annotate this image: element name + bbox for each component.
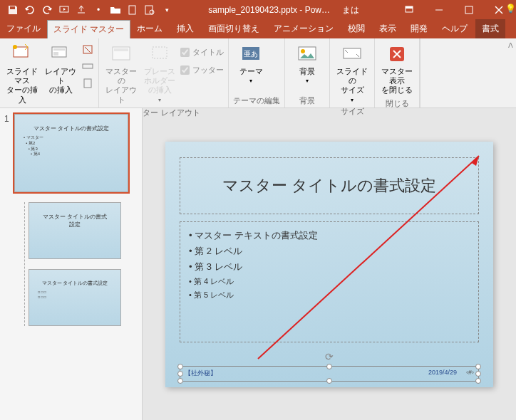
footer-placeholder-selected[interactable]: 【社外秘】 2019/4/29 ‹#› ⟳	[180, 366, 479, 382]
resize-handle[interactable]	[475, 364, 481, 369]
tab-transitions[interactable]: 画面切り替え	[202, 19, 266, 38]
svg-rect-20	[114, 48, 128, 51]
svg-rect-14	[53, 52, 58, 56]
tab-review[interactable]: 校閲	[341, 19, 371, 38]
start-icon[interactable]	[58, 4, 70, 16]
thumb-title-text: マスター タイトルの書式 設定	[29, 203, 120, 229]
tab-home[interactable]: ホーム	[130, 19, 169, 38]
group-close: マスター表示 を閉じる 閉じる	[375, 38, 420, 107]
rotate-handle-icon[interactable]: ⟳	[325, 351, 334, 362]
redo-icon[interactable]	[41, 4, 53, 16]
footer-check-label: フッター	[192, 65, 224, 75]
ribbon-options-icon[interactable]	[395, 0, 423, 20]
master-layout-button: マスターの レイアウト	[103, 41, 139, 106]
minimize-icon[interactable]	[425, 0, 453, 20]
tab-slide-master[interactable]: スライド マスター	[47, 20, 130, 38]
resize-handle[interactable]	[326, 378, 332, 384]
tab-animations[interactable]: アニメーション	[267, 19, 340, 38]
tab-format[interactable]: 書式	[475, 19, 505, 38]
svg-rect-26	[344, 48, 361, 58]
sep-icon: •	[93, 4, 104, 16]
close-master-button[interactable]: マスター表示 を閉じる	[379, 41, 415, 97]
master-thumbnail[interactable]: マスター タイトルの書式設定 • マスター • 第2 • 第3 • 第4	[14, 114, 128, 192]
body-placeholder[interactable]: • マスター テキストの書式設定 • 第 2 レベル • 第 3 レベル • 第…	[180, 221, 479, 342]
resize-handle[interactable]	[475, 371, 481, 377]
tab-file[interactable]: ファイル	[0, 19, 47, 38]
qat-dropdown-icon[interactable]: ▾	[161, 4, 172, 16]
group-theme-edit: 亜あ テーマ ▾ テーマの編集	[229, 38, 285, 107]
body-level-1: • マスター テキストの書式設定	[189, 228, 470, 243]
tab-insert[interactable]: 挿入	[170, 19, 200, 38]
theme-button[interactable]: 亜あ テーマ ▾	[233, 41, 269, 85]
resize-handle[interactable]	[177, 371, 183, 377]
tab-developer[interactable]: 開発	[404, 19, 434, 38]
resize-handle[interactable]	[475, 378, 481, 384]
theme-label: テーマ	[239, 67, 263, 76]
slide-edit-area[interactable]: マスター タイトルの書式設定 • マスター テキストの書式設定 • 第 2 レベ…	[143, 108, 516, 420]
touch-icon[interactable]	[76, 4, 87, 16]
undo-icon[interactable]	[24, 4, 36, 16]
footer-date-text: 2019/4/29	[428, 369, 457, 376]
quick-access-toolbar: • ▾	[3, 4, 172, 16]
svg-rect-21	[153, 47, 167, 58]
save-icon[interactable]	[7, 4, 19, 16]
svg-rect-17	[83, 64, 93, 68]
svg-rect-7	[465, 6, 473, 14]
thumbnail-panel[interactable]: 1 マスター タイトルの書式設定 • マスター • 第2 • 第3 • 第4 マ…	[0, 108, 143, 420]
svg-point-11	[13, 45, 17, 49]
svg-line-16	[85, 47, 91, 53]
preview-icon[interactable]	[144, 4, 155, 16]
layout-thumbnail[interactable]: マスター タイトルの書式設定 □ □ □□ □ □	[29, 269, 121, 326]
svg-rect-1	[129, 6, 135, 14]
ribbon: スライド マス ターの挿入 レイアウト の挿入 マスターの編集 マスターの レイ…	[0, 38, 516, 108]
thumb-title-text: マスター タイトルの書式設定	[29, 270, 120, 287]
resize-handle[interactable]	[177, 364, 183, 369]
user-text: まは	[342, 5, 359, 15]
svg-rect-5	[406, 6, 413, 9]
background-label: 背景	[299, 67, 315, 76]
footer-num-text: ‹#›	[466, 369, 474, 376]
group-theme-label: テーマの編集	[233, 94, 280, 106]
slide-master[interactable]: マスター タイトルの書式設定 • マスター テキストの書式設定 • 第 2 レベ…	[165, 142, 493, 387]
window-title: sample_20190423.pptx - Pow… まは	[172, 4, 395, 16]
layout-thumbnail[interactable]: マスター タイトルの書式 設定	[29, 202, 121, 259]
rename-icon[interactable]	[81, 60, 94, 75]
insert-layout-button[interactable]: レイアウト の挿入	[43, 41, 78, 97]
footer-checkbox[interactable]: フッター	[180, 63, 224, 77]
lightbulb-icon[interactable]: 💡	[505, 4, 516, 14]
title-check-label: タイトル	[192, 47, 224, 58]
svg-text:亜あ: 亜あ	[244, 50, 258, 58]
insert-slide-master-button[interactable]: スライド マス ターの挿入	[4, 41, 40, 106]
body-level-3: • 第 3 レベル	[189, 259, 470, 275]
body-level-4: • 第 4 レベル	[189, 275, 470, 288]
maximize-icon[interactable]	[455, 0, 483, 20]
open-icon[interactable]	[110, 4, 121, 16]
new-icon[interactable]	[127, 4, 138, 16]
resize-handle[interactable]	[177, 378, 183, 384]
chevron-down-icon[interactable]: ▾	[306, 78, 309, 84]
title-placeholder[interactable]: マスター タイトルの書式設定	[180, 157, 479, 214]
chevron-down-icon: ▾	[158, 97, 161, 103]
window-controls	[395, 0, 513, 20]
group-master-edit: スライド マス ターの挿入 レイアウト の挿入 マスターの編集	[0, 38, 99, 107]
chevron-down-icon[interactable]: ▾	[249, 78, 252, 84]
preserve-icon[interactable]	[81, 77, 94, 92]
delete-icon[interactable]	[81, 43, 94, 58]
background-button[interactable]: 背景 ▾	[289, 41, 325, 85]
filename-text: sample_20190423.pptx - Pow…	[208, 5, 330, 15]
tab-view[interactable]: 表示	[373, 19, 403, 38]
slide-size-label: スライドの サイズ	[336, 67, 368, 95]
chevron-down-icon[interactable]: ▾	[351, 97, 354, 103]
thumb-body-text: • マスター • 第2 • 第3 • 第4	[15, 132, 128, 160]
group-close-label: 閉じる	[379, 97, 415, 109]
collapse-ribbon-icon[interactable]: ᐱ	[508, 41, 513, 49]
slide-size-button[interactable]: スライドの サイズ ▾	[334, 41, 370, 105]
svg-rect-13	[53, 48, 65, 51]
ribbon-tabs: ファイル スライド マスター ホーム 挿入 画面切り替え アニメーション 校閲 …	[0, 20, 516, 38]
tab-help[interactable]: ヘルプ	[435, 19, 474, 38]
resize-handle[interactable]	[326, 364, 332, 369]
title-checkbox[interactable]: タイトル	[180, 46, 224, 59]
close-master-label: マスター表示 を閉じる	[381, 67, 413, 95]
group-background: 背景 ▾ 背景	[285, 38, 330, 107]
master-layout-label: マスターの レイアウト	[105, 67, 138, 105]
